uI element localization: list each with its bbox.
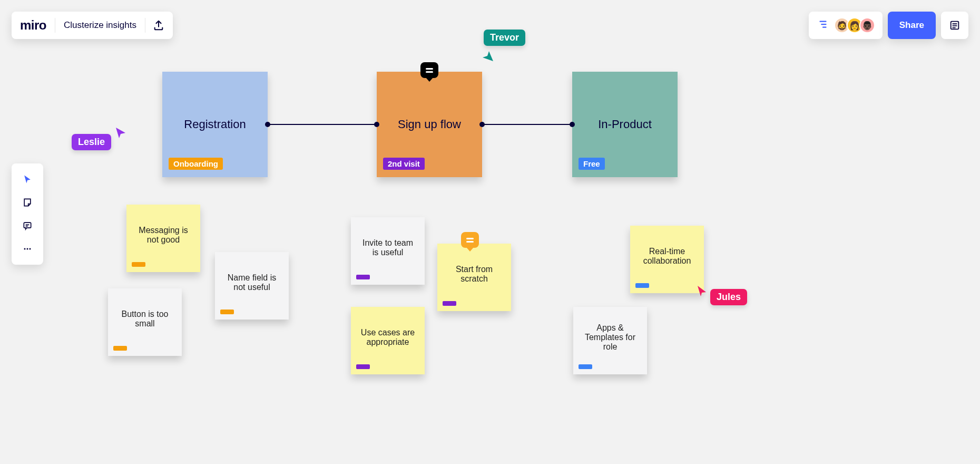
card-title: Sign up flow [398,118,461,131]
export-button[interactable] [145,20,164,31]
note-text: Messaging is not good [134,226,193,245]
note-text: Real-time collaboration [638,247,697,266]
sticky-note[interactable]: Use cases are appropriate [351,307,425,374]
share-button[interactable]: Share [888,12,936,39]
upload-icon [153,20,164,31]
svg-point-3 [27,248,28,250]
presence-label: Trevor [484,30,525,46]
comment-bubble-icon[interactable] [420,62,438,78]
connector-line [482,124,573,125]
avatar: 👨🏿 [859,17,875,33]
presence-cursor-jules: Jules [695,289,747,305]
note-text: Name field is not useful [222,273,281,292]
comment-tool[interactable] [16,214,39,237]
connector-dot[interactable] [374,122,379,127]
more-tools[interactable] [16,237,39,260]
more-icon [22,244,33,254]
svg-point-2 [24,248,26,250]
list-icon [949,20,961,31]
card-title: Registration [184,118,246,131]
presence-label: Leslie [72,134,111,150]
sticky-note[interactable]: Real-time collaboration [630,226,704,293]
note-chip [113,346,127,351]
sticky-note[interactable]: Invite to team is useful [351,217,425,285]
note-chip [635,283,649,288]
board-header: miro Clusterize insights [12,12,173,39]
sticky-note[interactable]: Messaging is not good [126,205,200,272]
note-text: Apps & Templates for role [581,323,640,352]
comment-icon [22,220,33,231]
note-chip [220,310,234,314]
sticky-note[interactable]: Button is too small [108,288,182,356]
select-tool[interactable] [16,168,39,191]
connector-dot[interactable] [479,122,485,127]
presence-cursor-trevor: Trevor [484,30,525,63]
note-chip [356,364,370,369]
svg-point-4 [30,248,31,250]
note-text: Button is too small [115,310,174,328]
card-tag: Free [579,158,605,170]
sticky-note-icon [22,197,33,208]
cursor-icon [22,174,33,185]
comment-glyph-icon [466,238,474,243]
connector-dot[interactable] [570,122,575,127]
card-signup-flow[interactable]: Sign up flow 2nd visit [377,72,482,177]
card-title: In-Product [598,118,652,131]
comment-bubble-icon[interactable] [461,232,479,248]
note-text: Use cases are appropriate [358,328,417,347]
card-tag: Onboarding [169,158,223,170]
board-canvas[interactable]: Registration Onboarding Sign up flow 2nd… [0,0,980,464]
cursor-icon [114,127,127,139]
facilitation-button[interactable] [814,16,832,34]
note-chip [132,262,145,267]
tool-rail [12,163,43,265]
note-chip [356,275,370,279]
sticky-note[interactable]: Start from scratch [437,244,511,311]
note-text: Invite to team is useful [358,238,417,257]
note-chip [443,301,456,306]
avatar-stack[interactable]: 🧔 👩 👨🏿 [832,17,877,33]
top-right-controls: 🧔 👩 👨🏿 Share [809,12,968,39]
cursor-icon [695,285,708,297]
presence-cursor-leslie: Leslie [72,134,126,150]
facilitation-icon [817,20,829,31]
card-tag: 2nd visit [383,158,425,170]
connector-line [268,124,377,125]
note-chip [579,364,592,369]
collaborators-card: 🧔 👩 👨🏿 [809,12,883,39]
board-title[interactable]: Clusterize insights [55,20,145,31]
presence-label: Jules [710,289,747,305]
comment-glyph-icon [426,68,433,73]
card-registration[interactable]: Registration Onboarding [162,72,268,177]
sticky-note-tool[interactable] [16,191,39,214]
cursor-icon [482,50,494,63]
app-logo[interactable]: miro [20,18,55,33]
note-text: Start from scratch [445,265,504,284]
activity-button[interactable] [941,12,968,39]
card-in-product[interactable]: In-Product Free [572,72,678,177]
sticky-note[interactable]: Name field is not useful [215,252,289,320]
connector-dot[interactable] [265,122,270,127]
sticky-note[interactable]: Apps & Templates for role [573,307,647,374]
